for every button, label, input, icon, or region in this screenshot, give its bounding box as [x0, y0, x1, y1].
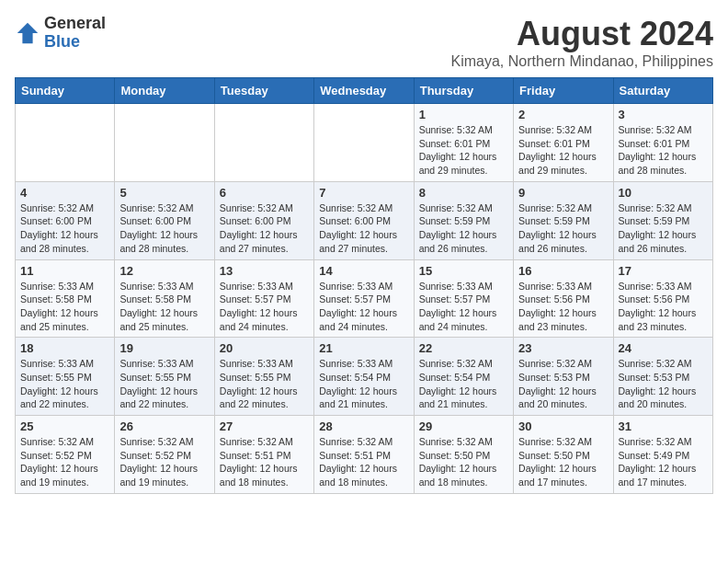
header-cell-friday: Friday [514, 78, 613, 104]
calendar-cell: 15Sunrise: 5:33 AM Sunset: 5:57 PM Dayli… [414, 259, 513, 338]
calendar-cell [115, 104, 214, 182]
calendar-cell: 8Sunrise: 5:32 AM Sunset: 5:59 PM Daylig… [414, 181, 513, 259]
day-number: 15 [419, 264, 508, 278]
location-subtitle: Kimaya, Northern Mindanao, Philippines [451, 53, 713, 70]
calendar-cell [16, 104, 115, 182]
week-row-2: 4Sunrise: 5:32 AM Sunset: 6:00 PM Daylig… [16, 181, 713, 259]
cell-content: Sunrise: 5:32 AM Sunset: 5:52 PM Dayligh… [20, 435, 109, 489]
calendar-cell: 17Sunrise: 5:33 AM Sunset: 5:56 PM Dayli… [613, 259, 712, 338]
cell-content: Sunrise: 5:33 AM Sunset: 5:57 PM Dayligh… [319, 280, 408, 334]
calendar-cell: 12Sunrise: 5:33 AM Sunset: 5:58 PM Dayli… [115, 259, 214, 338]
month-title: August 2024 [451, 15, 713, 53]
day-number: 23 [518, 341, 608, 355]
cell-content: Sunrise: 5:32 AM Sunset: 6:00 PM Dayligh… [119, 201, 209, 256]
day-number: 22 [419, 341, 508, 355]
header-cell-saturday: Saturday [613, 78, 712, 104]
calendar-cell: 29Sunrise: 5:32 AM Sunset: 5:50 PM Dayli… [414, 416, 513, 494]
day-number: 19 [119, 341, 209, 355]
day-number: 16 [518, 264, 608, 278]
day-number: 8 [419, 186, 508, 200]
day-number: 4 [20, 186, 109, 200]
calendar-cell: 22Sunrise: 5:32 AM Sunset: 5:54 PM Dayli… [414, 338, 513, 416]
day-number: 29 [419, 419, 508, 433]
day-number: 3 [619, 108, 708, 121]
week-row-3: 11Sunrise: 5:33 AM Sunset: 5:58 PM Dayli… [16, 259, 713, 338]
logo-icon [15, 20, 40, 46]
calendar-cell: 30Sunrise: 5:32 AM Sunset: 5:50 PM Dayli… [514, 416, 613, 494]
calendar-cell: 18Sunrise: 5:33 AM Sunset: 5:55 PM Dayli… [16, 338, 115, 416]
calendar-cell: 20Sunrise: 5:33 AM Sunset: 5:55 PM Dayli… [214, 338, 313, 416]
calendar-cell: 7Sunrise: 5:32 AM Sunset: 6:00 PM Daylig… [314, 181, 414, 259]
calendar-cell: 16Sunrise: 5:33 AM Sunset: 5:56 PM Dayli… [514, 259, 613, 338]
cell-content: Sunrise: 5:32 AM Sunset: 6:00 PM Dayligh… [20, 201, 109, 256]
cell-content: Sunrise: 5:33 AM Sunset: 5:57 PM Dayligh… [419, 280, 508, 334]
calendar-cell: 4Sunrise: 5:32 AM Sunset: 6:00 PM Daylig… [16, 181, 115, 259]
week-row-5: 25Sunrise: 5:32 AM Sunset: 5:52 PM Dayli… [16, 416, 713, 494]
day-number: 21 [319, 341, 408, 355]
cell-content: Sunrise: 5:33 AM Sunset: 5:57 PM Dayligh… [220, 280, 309, 334]
cell-content: Sunrise: 5:33 AM Sunset: 5:54 PM Dayligh… [319, 357, 408, 411]
svg-marker-0 [17, 23, 38, 43]
calendar-cell [214, 104, 313, 182]
day-number: 7 [319, 186, 408, 200]
cell-content: Sunrise: 5:32 AM Sunset: 6:00 PM Dayligh… [220, 201, 309, 256]
day-number: 10 [619, 186, 708, 200]
calendar-cell: 6Sunrise: 5:32 AM Sunset: 6:00 PM Daylig… [214, 181, 313, 259]
header-cell-thursday: Thursday [414, 78, 513, 104]
logo: General Blue [15, 15, 106, 52]
day-number: 2 [518, 108, 608, 121]
logo-text: General Blue [44, 15, 106, 52]
calendar-cell: 31Sunrise: 5:32 AM Sunset: 5:49 PM Dayli… [613, 416, 712, 494]
day-number: 6 [220, 186, 309, 200]
calendar-cell: 21Sunrise: 5:33 AM Sunset: 5:54 PM Dayli… [314, 338, 414, 416]
calendar-cell: 13Sunrise: 5:33 AM Sunset: 5:57 PM Dayli… [214, 259, 313, 338]
logo-blue: Blue [44, 33, 106, 52]
day-number: 31 [619, 419, 708, 433]
cell-content: Sunrise: 5:33 AM Sunset: 5:58 PM Dayligh… [119, 280, 209, 334]
cell-content: Sunrise: 5:32 AM Sunset: 5:49 PM Dayligh… [619, 435, 708, 489]
week-row-4: 18Sunrise: 5:33 AM Sunset: 5:55 PM Dayli… [16, 338, 713, 416]
title-section: August 2024 Kimaya, Northern Mindanao, P… [451, 15, 713, 70]
day-number: 24 [619, 341, 708, 355]
header-cell-tuesday: Tuesday [214, 78, 313, 104]
cell-content: Sunrise: 5:33 AM Sunset: 5:55 PM Dayligh… [220, 357, 309, 411]
day-number: 27 [220, 419, 309, 433]
calendar-cell: 9Sunrise: 5:32 AM Sunset: 5:59 PM Daylig… [514, 181, 613, 259]
calendar-cell: 1Sunrise: 5:32 AM Sunset: 6:01 PM Daylig… [414, 104, 513, 182]
day-number: 13 [220, 264, 309, 278]
day-number: 26 [119, 419, 209, 433]
day-number: 28 [319, 419, 408, 433]
day-number: 1 [419, 108, 508, 121]
cell-content: Sunrise: 5:33 AM Sunset: 5:56 PM Dayligh… [619, 280, 708, 334]
calendar-cell: 26Sunrise: 5:32 AM Sunset: 5:52 PM Dayli… [115, 416, 214, 494]
day-number: 11 [20, 264, 109, 278]
calendar-cell: 24Sunrise: 5:32 AM Sunset: 5:53 PM Dayli… [613, 338, 712, 416]
calendar-cell: 10Sunrise: 5:32 AM Sunset: 5:59 PM Dayli… [613, 181, 712, 259]
day-number: 12 [119, 264, 209, 278]
day-number: 20 [220, 341, 309, 355]
cell-content: Sunrise: 5:32 AM Sunset: 5:53 PM Dayligh… [619, 357, 708, 411]
day-number: 5 [119, 186, 209, 200]
calendar-cell: 5Sunrise: 5:32 AM Sunset: 6:00 PM Daylig… [115, 181, 214, 259]
calendar-cell: 23Sunrise: 5:32 AM Sunset: 5:53 PM Dayli… [514, 338, 613, 416]
cell-content: Sunrise: 5:32 AM Sunset: 5:52 PM Dayligh… [119, 435, 209, 489]
header-row: SundayMondayTuesdayWednesdayThursdayFrid… [16, 78, 713, 104]
cell-content: Sunrise: 5:32 AM Sunset: 5:53 PM Dayligh… [518, 357, 608, 411]
cell-content: Sunrise: 5:32 AM Sunset: 5:50 PM Dayligh… [518, 435, 608, 489]
cell-content: Sunrise: 5:32 AM Sunset: 6:01 PM Dayligh… [518, 123, 608, 178]
week-row-1: 1Sunrise: 5:32 AM Sunset: 6:01 PM Daylig… [16, 104, 713, 182]
cell-content: Sunrise: 5:32 AM Sunset: 6:00 PM Dayligh… [319, 201, 408, 256]
calendar-cell: 19Sunrise: 5:33 AM Sunset: 5:55 PM Dayli… [115, 338, 214, 416]
header-cell-sunday: Sunday [16, 78, 115, 104]
calendar-cell: 25Sunrise: 5:32 AM Sunset: 5:52 PM Dayli… [16, 416, 115, 494]
day-number: 30 [518, 419, 608, 433]
cell-content: Sunrise: 5:32 AM Sunset: 6:01 PM Dayligh… [619, 123, 708, 178]
cell-content: Sunrise: 5:32 AM Sunset: 5:51 PM Dayligh… [220, 435, 309, 489]
header: General Blue August 2024 Kimaya, Norther… [15, 15, 713, 70]
day-number: 9 [518, 186, 608, 200]
cell-content: Sunrise: 5:33 AM Sunset: 5:55 PM Dayligh… [20, 357, 109, 411]
cell-content: Sunrise: 5:32 AM Sunset: 5:50 PM Dayligh… [419, 435, 508, 489]
calendar-cell: 28Sunrise: 5:32 AM Sunset: 5:51 PM Dayli… [314, 416, 414, 494]
cell-content: Sunrise: 5:32 AM Sunset: 5:51 PM Dayligh… [319, 435, 408, 489]
logo-general: General [44, 15, 106, 33]
